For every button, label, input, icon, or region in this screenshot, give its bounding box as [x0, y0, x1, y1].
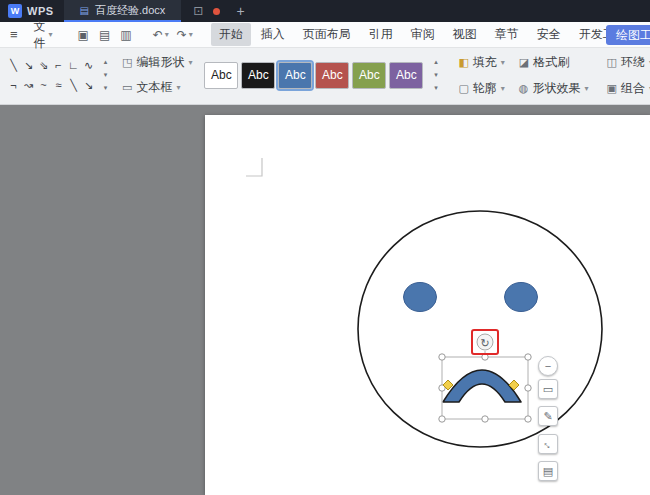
- shape-gallery-icon[interactable]: ∟: [66, 55, 81, 75]
- style-preset-blue[interactable]: Abc: [278, 62, 312, 89]
- undo-icon: ↶: [153, 28, 163, 42]
- left-eye-shape[interactable]: [404, 283, 437, 312]
- shape-effects-label: 形状效果: [532, 80, 580, 97]
- wps-logo-text: WPS: [27, 5, 54, 17]
- fill-group: ◧ 填充 ▾ ◪ 格式刷 ▢ 轮廓 ▾ ◍ 形状效果 ▾: [454, 52, 592, 98]
- shape-effects-icon: ◍: [519, 82, 529, 95]
- tab-drawing-tools[interactable]: 绘图工具: [606, 25, 650, 45]
- wrap-icon: ◫: [606, 56, 616, 69]
- outline-button[interactable]: ▢ 轮廓 ▾: [458, 80, 504, 97]
- edit-shape-label: 编辑形状: [136, 54, 184, 71]
- style-preset-black[interactable]: Abc: [241, 62, 275, 89]
- chevron-down-icon: ▾: [165, 30, 169, 39]
- tab-references[interactable]: 引用: [361, 23, 401, 46]
- shape-gallery-icon[interactable]: ≈: [51, 75, 66, 95]
- tab-security[interactable]: 安全: [529, 23, 569, 46]
- wrap-button[interactable]: ◫ 环绕 ▾: [606, 54, 650, 71]
- pencil-icon: ✎: [543, 410, 552, 422]
- redo-button[interactable]: ↷ ▾: [173, 28, 197, 42]
- wps-logo-icon: W: [8, 4, 22, 18]
- hamburger-icon[interactable]: ≡: [0, 27, 26, 42]
- shape-gallery-scroll: ▴ ▾ ▾: [99, 56, 112, 95]
- shape-gallery-icon[interactable]: ~: [36, 75, 51, 95]
- outline-label: 轮廓: [473, 80, 497, 97]
- margin-corner-mark: [246, 158, 262, 176]
- redo-icon: ↷: [177, 28, 187, 42]
- style-preset-white[interactable]: Abc: [204, 62, 238, 89]
- document-tab[interactable]: ▤ 百度经验.docx: [64, 0, 182, 22]
- chevron-down-icon: ▾: [501, 84, 505, 93]
- tab-insert[interactable]: 插入: [253, 23, 293, 46]
- titlebar: W WPS ▤ 百度经验.docx ⊡ +: [0, 0, 650, 22]
- chevron-down-icon: ▾: [49, 30, 53, 39]
- shape-gallery-icon[interactable]: ↝: [21, 75, 36, 95]
- float-resize-button[interactable]: ↔: [538, 434, 558, 454]
- file-menu-button[interactable]: 文件 ▾: [26, 18, 61, 52]
- tab-page-layout[interactable]: 页面布局: [295, 23, 359, 46]
- arrange-group: ◫ 环绕 ▾ ≡ 对齐 ▾ ▣ 组合 ▾ ↻ 旋转 ▾: [602, 52, 650, 98]
- text-box-button[interactable]: ▭ 文本框 ▾: [122, 79, 192, 96]
- gallery-more-icon[interactable]: ▾: [99, 82, 112, 95]
- fill-button[interactable]: ◧ 填充 ▾: [458, 54, 504, 71]
- fill-bucket-icon: ◧: [458, 56, 468, 69]
- shape-gallery-icon[interactable]: ↘: [21, 55, 36, 75]
- document-icon: ▤: [80, 5, 89, 16]
- style-preset-purple[interactable]: Abc: [389, 62, 423, 89]
- export-icon[interactable]: ▤: [94, 28, 115, 42]
- tab-view[interactable]: 视图: [445, 23, 485, 46]
- scroll-up-icon[interactable]: ▴: [429, 56, 442, 69]
- save-icon[interactable]: ▣: [73, 28, 94, 42]
- file-menu-label: 文件: [34, 18, 46, 52]
- resize-handle[interactable]: [525, 385, 531, 391]
- format-painter-icon: ◪: [519, 56, 529, 69]
- tab-review[interactable]: 审阅: [403, 23, 443, 46]
- text-box-icon: ▭: [122, 81, 132, 94]
- style-preset-green[interactable]: Abc: [352, 62, 386, 89]
- chevron-down-icon: ▾: [189, 30, 193, 39]
- layout-icon: ▤: [543, 465, 553, 477]
- resize-handle[interactable]: [525, 416, 531, 422]
- print-icon[interactable]: ▥: [115, 28, 136, 42]
- scroll-up-icon[interactable]: ▴: [99, 56, 112, 69]
- shape-gallery-icon[interactable]: ╲: [6, 55, 21, 75]
- scroll-down-icon[interactable]: ▾: [429, 69, 442, 82]
- tab-section[interactable]: 章节: [487, 23, 527, 46]
- edit-shape-button[interactable]: ◳ 编辑形状 ▾: [122, 54, 192, 71]
- style-preset-red[interactable]: Abc: [315, 62, 349, 89]
- document-tab-label: 百度经验.docx: [95, 3, 165, 18]
- format-painter-label: 格式刷: [533, 54, 569, 71]
- new-tab-button[interactable]: +: [236, 3, 244, 19]
- gallery-more-icon[interactable]: ▾: [429, 82, 442, 95]
- ribbon-tab-strip: 开始 插入 页面布局 引用 审阅 视图 章节 安全 开发工具 特色应用: [211, 23, 650, 46]
- float-frame-button[interactable]: ▭: [538, 379, 558, 399]
- scroll-down-icon[interactable]: ▾: [99, 69, 112, 82]
- shape-gallery-icon[interactable]: ¬: [6, 75, 21, 95]
- shape-gallery-icon[interactable]: ╲: [66, 75, 81, 95]
- shape-effects-button[interactable]: ◍ 形状效果 ▾: [519, 80, 589, 97]
- chevron-down-icon: ▾: [501, 58, 505, 67]
- format-painter-button[interactable]: ◪ 格式刷: [519, 54, 589, 71]
- resize-handle[interactable]: [439, 354, 445, 360]
- resize-handle[interactable]: [439, 416, 445, 422]
- float-collapse-button[interactable]: −: [538, 356, 558, 376]
- edit-shape-icon: ◳: [122, 56, 132, 69]
- tab-home[interactable]: 开始: [211, 23, 251, 46]
- cast-icon[interactable]: ⊡: [193, 4, 203, 18]
- document-area[interactable]: ↻ − ▭ ✎ ↔ ▤: [0, 105, 650, 495]
- shape-gallery-icon[interactable]: ⇘: [36, 55, 51, 75]
- right-eye-shape[interactable]: [505, 283, 538, 312]
- float-pencil-button[interactable]: ✎: [538, 406, 558, 426]
- resize-handle[interactable]: [482, 416, 488, 422]
- float-layout-button[interactable]: ▤: [538, 461, 558, 481]
- shape-gallery-icon[interactable]: ↘: [81, 75, 96, 95]
- resize-handle[interactable]: [525, 354, 531, 360]
- shape-gallery-icon[interactable]: ⌐: [51, 55, 66, 75]
- shape-gallery-icon[interactable]: ∿: [81, 55, 96, 75]
- wps-window: W WPS ▤ 百度经验.docx ⊡ + ≡ 文件 ▾ ▣ ▤ ▥ ↶ ▾ ↷…: [0, 0, 650, 495]
- minus-icon: −: [545, 360, 551, 372]
- wrap-label: 环绕: [621, 54, 645, 71]
- undo-button[interactable]: ↶ ▾: [149, 28, 173, 42]
- resize-arrows-icon: ↔: [538, 434, 559, 455]
- wps-menu-button[interactable]: W WPS: [0, 4, 64, 18]
- group-button[interactable]: ▣ 组合 ▾: [606, 80, 650, 97]
